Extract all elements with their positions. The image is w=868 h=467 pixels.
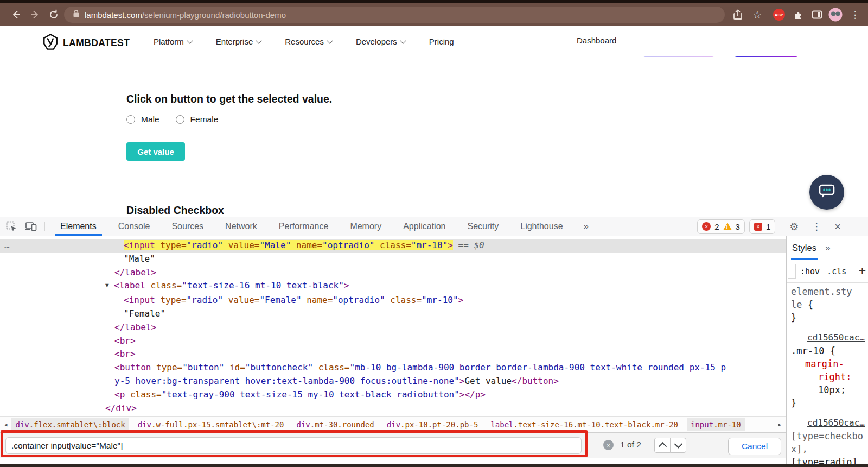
tab-console[interactable]: Console xyxy=(107,217,161,236)
find-next-button[interactable] xyxy=(670,438,686,453)
style-rule-line[interactable]: margin- xyxy=(787,357,868,370)
dom-tree-row[interactable]: <button type="button" id="buttoncheck" c… xyxy=(0,361,786,375)
dom-tree-row[interactable]: <input type="radio" value="Female" name=… xyxy=(0,294,786,307)
style-rule-line[interactable]: element.sty xyxy=(787,285,868,298)
dom-tree-row[interactable]: <p class="text-gray-900 text-size-15 my-… xyxy=(0,388,786,402)
style-rule-line[interactable]: [type=checkbo xyxy=(787,430,868,443)
breadcrumb-classes: .text-size-16.mt-10.text-black.mr-20 xyxy=(514,420,678,429)
share-icon[interactable] xyxy=(730,7,745,22)
bookmark-star-icon[interactable]: ☆ xyxy=(750,7,765,22)
radio-button-female[interactable] xyxy=(176,115,184,124)
style-rule-line[interactable]: } xyxy=(787,311,868,324)
dom-tree-row[interactable]: y-5 hover:bg-transparent hover:text-lamb… xyxy=(0,375,786,388)
nav-item-platform[interactable]: Platform xyxy=(154,37,192,46)
style-rule-line[interactable]: 10px; xyxy=(787,383,868,396)
find-cancel-button[interactable]: Cancel xyxy=(728,438,781,455)
stylesheet-link[interactable]: cd15650cac… xyxy=(787,331,868,344)
tab-lighthouse[interactable]: Lighthouse xyxy=(509,217,573,236)
chevron-down-icon xyxy=(400,37,406,43)
devtools-close-icon[interactable]: × xyxy=(834,220,841,233)
url-bar[interactable]: lambdatest.com/selenium-playground/radio… xyxy=(64,7,725,23)
devtools-menu-icon[interactable]: ⋮ xyxy=(812,220,821,232)
code-token: <input xyxy=(124,295,155,305)
breadcrumb-classes: .px-10.pt-20.pb-5 xyxy=(400,420,478,429)
code-token: "radio" xyxy=(187,295,223,305)
find-clear-icon[interactable]: × xyxy=(603,440,614,450)
lambdatest-logo[interactable]: LAMBDATEST xyxy=(42,34,130,52)
breadcrumb-item[interactable]: input.mr-10 xyxy=(687,418,745,431)
breadcrumb-item[interactable]: div.flex.smtablet\:block xyxy=(11,418,129,431)
back-icon[interactable] xyxy=(9,8,23,22)
device-toolbar-icon[interactable] xyxy=(23,219,39,234)
breadcrumb-right-arrow-icon[interactable]: ▶ xyxy=(774,422,786,427)
elements-tree[interactable]: …<input type="radio" value="Male" name="… xyxy=(0,236,786,416)
code-token: > xyxy=(458,295,464,305)
new-style-rule-button[interactable]: + xyxy=(859,263,866,277)
find-input[interactable] xyxy=(5,437,582,454)
tab-network[interactable]: Network xyxy=(214,217,268,236)
breadcrumb-item[interactable]: div.w-full.px-15.smtablet\:mt-20 xyxy=(134,418,288,431)
issues-count: 1 xyxy=(766,222,770,231)
toggle-hover-state-button[interactable]: :hov xyxy=(800,267,820,276)
style-rule-line[interactable]: le { xyxy=(787,298,868,311)
radio-button-male[interactable] xyxy=(126,115,135,124)
tab-security[interactable]: Security xyxy=(456,217,509,236)
tab-memory[interactable]: Memory xyxy=(339,217,392,236)
issues-badge[interactable]: × 1 xyxy=(749,219,775,234)
nav-item-enterprise[interactable]: Enterprise xyxy=(216,37,261,46)
tab-application[interactable]: Application xyxy=(392,217,456,236)
dom-tree-row[interactable]: </div> xyxy=(0,402,786,415)
breadcrumb-item[interactable]: div.px-10.pt-20.pb-5 xyxy=(383,418,482,431)
dom-tree-row[interactable]: <br> xyxy=(0,348,786,361)
breadcrumb-left-arrow-icon[interactable]: ◀ xyxy=(0,422,11,427)
browser-menu-icon[interactable]: ⋮ xyxy=(847,7,863,22)
style-rule-line[interactable]: x], xyxy=(787,443,868,456)
radio-option-male: Male xyxy=(126,115,159,124)
adblock-extension-icon[interactable]: ABP xyxy=(771,7,787,22)
dashboard-link[interactable]: Dashboard xyxy=(577,36,616,45)
dom-tree-row[interactable]: ▼<label class="text-size-16 mt-10 text-b… xyxy=(0,279,786,294)
forward-icon[interactable] xyxy=(28,8,42,22)
dom-tree-row[interactable]: …<input type="radio" value="Male" name="… xyxy=(0,239,786,253)
style-rule-line[interactable]: .mr-10 { xyxy=(787,344,868,357)
extensions-puzzle-icon[interactable] xyxy=(791,7,806,22)
style-rule-line[interactable]: } xyxy=(787,396,868,409)
nav-item-developers[interactable]: Developers xyxy=(356,37,405,46)
tab-styles[interactable]: Styles xyxy=(792,236,816,260)
dom-tree-row[interactable]: </label> xyxy=(0,266,786,280)
tab-performance[interactable]: Performance xyxy=(268,217,340,236)
styles-more-tabs-icon[interactable]: » xyxy=(825,243,829,254)
tab-elements[interactable]: Elements xyxy=(49,217,107,236)
style-rule-line[interactable]: right: xyxy=(787,370,868,383)
breadcrumb-item[interactable]: div.mt-30.rounded xyxy=(292,418,378,431)
breadcrumb-item[interactable]: label.text-size-16.mt-10.text-black.mr-2… xyxy=(487,418,682,431)
breadcrumb-list: div.flex.smtablet\:blockdiv.w-full.px-15… xyxy=(11,418,744,431)
row-actions-ellipsis[interactable]: … xyxy=(4,239,10,253)
side-panel-icon[interactable] xyxy=(809,7,825,22)
chat-widget-button[interactable] xyxy=(809,175,844,210)
dom-tree-row[interactable]: <br> xyxy=(0,335,786,348)
dom-tree-row[interactable]: </label> xyxy=(0,321,786,335)
toggle-class-button[interactable]: .cls xyxy=(827,267,846,276)
code-token: > xyxy=(448,240,453,250)
dom-tree-row[interactable]: "Male" xyxy=(0,253,786,266)
get-value-button[interactable]: Get value xyxy=(126,142,185,161)
devtools-settings-gear-icon[interactable]: ⚙ xyxy=(789,220,799,233)
nav-item-resources[interactable]: Resources xyxy=(285,37,332,46)
styles-filter-box[interactable] xyxy=(788,264,796,279)
profile-avatar[interactable] xyxy=(828,7,843,22)
stylesheet-link[interactable]: cd15650cac… xyxy=(787,416,868,430)
inspect-element-icon[interactable] xyxy=(3,219,20,234)
dom-tree-row[interactable]: "Female" xyxy=(0,307,786,321)
more-tabs-icon[interactable]: » xyxy=(584,221,588,232)
lambdatest-logo-icon xyxy=(42,34,59,52)
code-token: "optradio" xyxy=(322,240,374,250)
style-token: le xyxy=(791,299,808,310)
tab-sources[interactable]: Sources xyxy=(161,217,214,236)
expand-arrow-icon[interactable]: ▼ xyxy=(105,279,114,293)
find-previous-button[interactable] xyxy=(654,438,671,453)
disabled-checkbox-heading: Disabled Checkbox xyxy=(126,204,224,217)
nav-item-pricing[interactable]: Pricing xyxy=(429,37,454,46)
reload-icon[interactable] xyxy=(47,8,61,22)
errors-warnings-badge[interactable]: × 2 ! 3 xyxy=(697,219,745,234)
